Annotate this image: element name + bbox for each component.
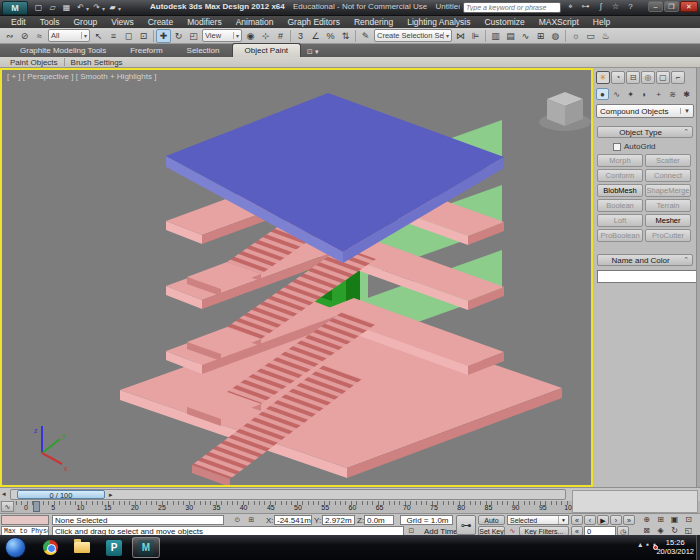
chrome-icon[interactable] (36, 537, 64, 558)
next-frame-arrow[interactable]: ▸ (109, 491, 113, 499)
help-icon[interactable]: ? (624, 1, 637, 13)
set-keys-button[interactable]: ⊶ (456, 515, 476, 535)
sign-in-key-icon[interactable]: ⊶ (579, 1, 592, 13)
viewport-label[interactable]: [ + ] [ Perspective ] [ Smooth + Highlig… (7, 72, 156, 81)
x-coord-field[interactable]: -24.541m (274, 515, 312, 525)
time-slider-handle[interactable]: 0 / 100 (17, 490, 105, 499)
panel-scrollbar[interactable] (696, 68, 700, 487)
previous-frame-button[interactable]: ‹ (584, 515, 596, 525)
tab-object-paint[interactable]: Object Paint (232, 43, 302, 57)
window-crossing-icon[interactable]: ⊡ (136, 29, 151, 43)
application-menu-button[interactable]: M (2, 1, 28, 15)
minimize-button[interactable]: – (648, 1, 663, 12)
menu-create[interactable]: Create (141, 16, 181, 28)
autogrid-checkbox[interactable] (613, 143, 621, 151)
material-editor-icon[interactable]: ◍ (548, 29, 563, 43)
category-geometry[interactable]: ● (596, 88, 609, 100)
bind-to-space-warp-icon[interactable]: ≈ (32, 29, 47, 43)
scene-3d-model[interactable]: z y x (2, 70, 591, 485)
auto-key-button[interactable]: Auto Key (478, 515, 505, 525)
layer-manager-icon[interactable]: ▥ (488, 29, 503, 43)
undo-icon-dropdown[interactable]: ▾ (86, 5, 89, 12)
category-systems[interactable]: ✱ (680, 88, 693, 100)
unlink-selection-icon[interactable]: ⊘ (17, 29, 32, 43)
tray-expand-icon[interactable]: ▴ (638, 540, 642, 549)
3dsmax-icon[interactable]: M (132, 537, 160, 558)
object-category-dropdown[interactable]: Compound Objects ▼ (596, 104, 694, 118)
zoom-extents-icon[interactable]: ▣ (668, 515, 681, 525)
tray-network-icon[interactable]: ▪ (646, 540, 649, 549)
publisher-icon[interactable]: P (100, 537, 128, 558)
menu-lighting-analysis[interactable]: Lighting Analysis (400, 16, 477, 28)
maxscript-mini-listener-top[interactable] (1, 515, 49, 525)
spinner-snap-icon[interactable]: ⇅ (338, 29, 353, 43)
category-cameras[interactable]: ◗ (638, 88, 651, 100)
snaps-toggle-icon[interactable]: 3 (293, 29, 308, 43)
z-coord-field[interactable]: 0.0m (364, 515, 394, 525)
mini-curve-editor-button[interactable]: ∿ (1, 501, 14, 512)
selection-filter-dropdown[interactable]: All▾ (48, 29, 90, 42)
category-space-warps[interactable]: ≋ (666, 88, 679, 100)
menu-maxscript[interactable]: MAXScript (532, 16, 586, 28)
redo-icon-dropdown[interactable]: ▾ (102, 5, 105, 12)
menu-group[interactable]: Group (67, 16, 105, 28)
rectangular-selection-region-icon[interactable]: ◻ (121, 29, 136, 43)
zoom-icon[interactable]: ⊕ (640, 515, 653, 525)
selection-lock-icon[interactable]: ⊙ (232, 515, 243, 525)
button-mesher[interactable]: Mesher (645, 214, 691, 227)
open-file-icon[interactable]: ▱ (46, 2, 59, 14)
previous-frame-arrow[interactable]: ◂ (2, 490, 6, 498)
edit-named-selection-sets-icon[interactable]: ✎ (358, 29, 373, 43)
perspective-viewport[interactable]: z y x [ + ] [ Perspective ] [ Smooth + H… (0, 68, 593, 487)
graphite-ribbon-toggle-icon[interactable]: ▤ (503, 29, 518, 43)
taskbar-clock[interactable]: 15:26 20/03/2012 (656, 538, 694, 556)
go-to-start-button[interactable]: « (571, 515, 583, 525)
angle-snap-icon[interactable]: ∠ (308, 29, 323, 43)
menu-customize[interactable]: Customize (477, 16, 531, 28)
tab-hierarchy[interactable]: ⊟ (626, 71, 640, 84)
button-blobmesh[interactable]: BlobMesh (597, 184, 643, 197)
tab-utilities[interactable]: ⌐ (671, 71, 685, 84)
zoom-all-icon[interactable]: ⊞ (654, 515, 667, 525)
category-lights[interactable]: ✦ (624, 88, 637, 100)
select-and-scale-icon[interactable]: ◰ (186, 29, 201, 43)
select-object-icon[interactable]: ↖ (91, 29, 106, 43)
schematic-view-icon[interactable]: ⊞ (533, 29, 548, 43)
subtab-paint-objects[interactable]: Paint Objects (4, 57, 64, 68)
favorites-star-icon[interactable]: ☆ (609, 1, 622, 13)
tab-modify[interactable]: ◔ (611, 71, 625, 84)
track-bar-ruler[interactable]: 0510152025303540455055606570758085909510… (16, 501, 568, 513)
mirror-icon[interactable]: ⋈ (453, 29, 468, 43)
tab-freeform[interactable]: Freeform (118, 44, 174, 57)
menu-help[interactable]: Help (586, 16, 617, 28)
time-slider-groove[interactable]: 0 / 100 ▸ (10, 489, 566, 500)
rendered-frame-window-icon[interactable]: ▭ (583, 29, 598, 43)
category-shapes[interactable]: ∿ (610, 88, 623, 100)
select-and-link-icon[interactable]: ∾ (2, 29, 17, 43)
keyboard-shortcut-override-icon[interactable]: # (273, 29, 288, 43)
menu-animation[interactable]: Animation (229, 16, 281, 28)
tab-selection[interactable]: Selection (175, 44, 232, 57)
menu-tools[interactable]: Tools (33, 16, 67, 28)
align-icon[interactable]: ⊫ (468, 29, 483, 43)
percent-snap-icon[interactable]: % (323, 29, 338, 43)
object-name-input[interactable] (597, 270, 700, 283)
render-setup-icon[interactable]: ☼ (568, 29, 583, 43)
tab-create[interactable]: ✳ (596, 71, 610, 84)
menu-modifiers[interactable]: Modifiers (180, 16, 228, 28)
menu-views[interactable]: Views (104, 16, 141, 28)
select-and-move-icon[interactable]: ✚ (156, 29, 171, 43)
tab-motion[interactable]: ◎ (641, 71, 655, 84)
absolute-relative-coords-icon[interactable]: ⊞ (246, 515, 257, 525)
selection-set-dropdown[interactable]: Selected ▼ (507, 515, 569, 525)
ribbon-overflow-dropdown[interactable]: ⊡ ▾ (301, 47, 324, 57)
named-selection-sets-dropdown[interactable]: Create Selection Se▾ (374, 29, 452, 42)
render-production-icon[interactable]: ♨ (598, 29, 613, 43)
tab-graphite-modeling-tools[interactable]: Graphite Modeling Tools (8, 44, 118, 57)
select-by-name-icon[interactable]: ≡ (106, 29, 121, 43)
project-folder-icon-dropdown[interactable]: ▾ (118, 5, 121, 12)
menu-edit[interactable]: Edit (4, 16, 33, 28)
infocenter-search-input[interactable] (463, 2, 561, 13)
search-binoculars-icon[interactable]: ⌖ (564, 1, 577, 13)
next-frame-button[interactable]: › (610, 515, 622, 525)
